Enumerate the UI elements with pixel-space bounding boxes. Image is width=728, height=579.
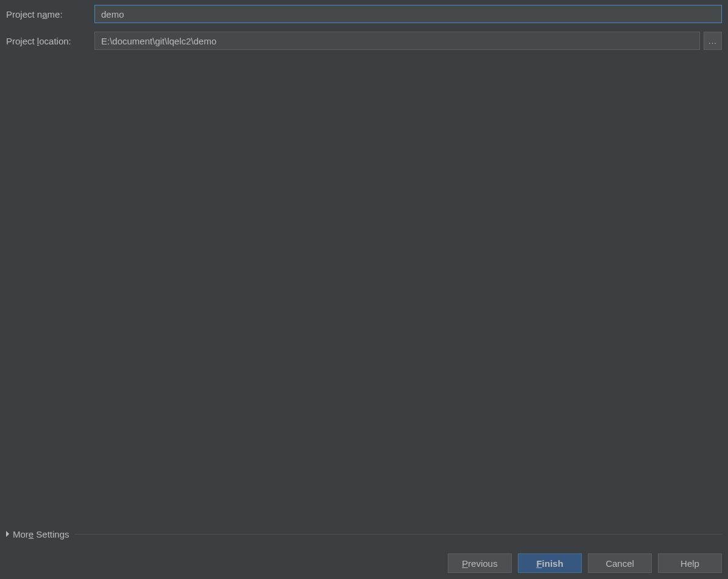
- mnemonic: F: [536, 558, 542, 569]
- finish-button[interactable]: Finish: [518, 553, 582, 573]
- project-name-input-wrap: [94, 5, 722, 23]
- btn-text: Cancel: [606, 558, 634, 569]
- more-settings-label: More Settings: [13, 529, 69, 539]
- label-pre: Project n: [6, 9, 42, 19]
- ms-post: Settings: [34, 529, 69, 539]
- label-pre: Project: [6, 36, 37, 46]
- project-name-label: Project name:: [6, 9, 94, 19]
- project-location-row: Project location: ...: [6, 32, 722, 50]
- btn-text: Help: [680, 558, 699, 569]
- label-mnemonic: a: [42, 9, 47, 19]
- btn-text: revious: [468, 558, 497, 569]
- ms-pre: Mor: [13, 529, 29, 539]
- btn-text: inish: [542, 558, 564, 569]
- separator-line: [74, 534, 722, 535]
- footer-buttons: Previous Finish Cancel Help: [448, 553, 722, 573]
- previous-button[interactable]: Previous: [448, 553, 512, 573]
- label-post: ocation:: [39, 36, 71, 46]
- ms-mnemonic: e: [29, 529, 34, 539]
- project-location-label: Project location:: [6, 36, 94, 46]
- ellipsis-icon: ...: [709, 37, 717, 46]
- chevron-right-icon: [6, 531, 9, 537]
- mnemonic: P: [462, 558, 468, 569]
- form-container: Project name: Project location: ...: [0, 0, 728, 50]
- help-button[interactable]: Help: [658, 553, 722, 573]
- project-location-input-wrap: ...: [94, 32, 722, 50]
- browse-button[interactable]: ...: [704, 32, 722, 50]
- more-settings-toggle[interactable]: More Settings: [6, 528, 722, 540]
- project-location-input[interactable]: [94, 32, 700, 50]
- label-post: me:: [48, 9, 63, 19]
- cancel-button[interactable]: Cancel: [588, 553, 652, 573]
- project-name-row: Project name:: [6, 5, 722, 23]
- project-name-input[interactable]: [94, 5, 722, 23]
